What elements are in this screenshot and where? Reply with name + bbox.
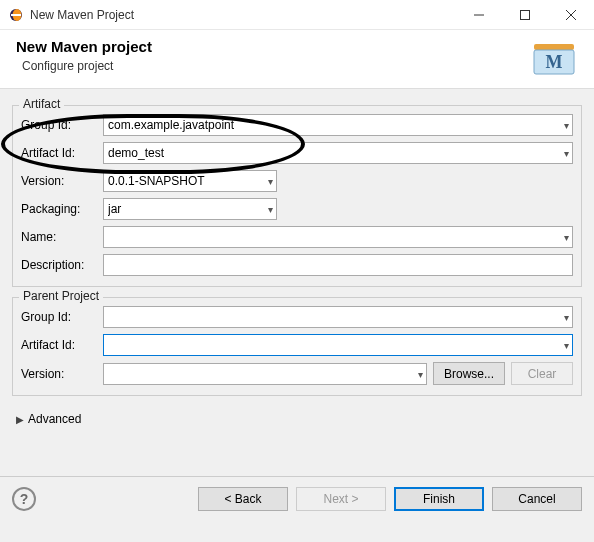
svg-rect-2 [11, 14, 21, 16]
title-bar: New Maven Project [0, 0, 594, 30]
advanced-toggle[interactable]: ▶ Advanced [12, 406, 582, 432]
window-title: New Maven Project [30, 8, 134, 22]
svg-rect-7 [534, 44, 574, 50]
eclipse-icon [8, 7, 24, 23]
svg-rect-4 [521, 10, 530, 19]
cancel-button[interactable]: Cancel [492, 487, 582, 511]
clear-button[interactable]: Clear [511, 362, 573, 385]
next-button[interactable]: Next > [296, 487, 386, 511]
name-input[interactable] [103, 226, 573, 248]
svg-text:M: M [546, 52, 563, 72]
version-label: Version: [21, 174, 103, 188]
artifact-legend: Artifact [19, 97, 64, 111]
button-bar: ? < Back Next > Finish Cancel [0, 477, 594, 523]
description-input[interactable] [103, 254, 573, 276]
triangle-right-icon: ▶ [16, 414, 24, 425]
artifact-id-label: Artifact Id: [21, 146, 103, 160]
description-label: Description: [21, 258, 103, 272]
artifact-group: Artifact Group Id: ▾ Artifact Id: ▾ Vers… [12, 105, 582, 287]
browse-button[interactable]: Browse... [433, 362, 505, 385]
group-id-input[interactable] [103, 114, 573, 136]
close-button[interactable] [548, 0, 594, 30]
dialog-header: New Maven project Configure project M [0, 30, 594, 89]
parent-project-group: Parent Project Group Id: ▾ Artifact Id: … [12, 297, 582, 396]
finish-button[interactable]: Finish [394, 487, 484, 511]
version-input[interactable] [103, 170, 277, 192]
maximize-button[interactable] [502, 0, 548, 30]
packaging-label: Packaging: [21, 202, 103, 216]
parent-version-label: Version: [21, 367, 103, 381]
parent-artifact-id-input[interactable] [103, 334, 573, 356]
parent-artifact-id-label: Artifact Id: [21, 338, 103, 352]
page-subtitle: Configure project [22, 59, 530, 73]
parent-version-input[interactable] [103, 363, 427, 385]
help-icon[interactable]: ? [12, 487, 36, 511]
parent-group-id-input[interactable] [103, 306, 573, 328]
parent-legend: Parent Project [19, 289, 103, 303]
artifact-id-input[interactable] [103, 142, 573, 164]
minimize-button[interactable] [456, 0, 502, 30]
group-id-label: Group Id: [21, 118, 103, 132]
name-label: Name: [21, 230, 103, 244]
maven-wizard-icon: M [530, 38, 578, 78]
page-title: New Maven project [16, 38, 530, 55]
back-button[interactable]: < Back [198, 487, 288, 511]
parent-group-id-label: Group Id: [21, 310, 103, 324]
advanced-label: Advanced [28, 412, 81, 426]
packaging-input[interactable] [103, 198, 277, 220]
